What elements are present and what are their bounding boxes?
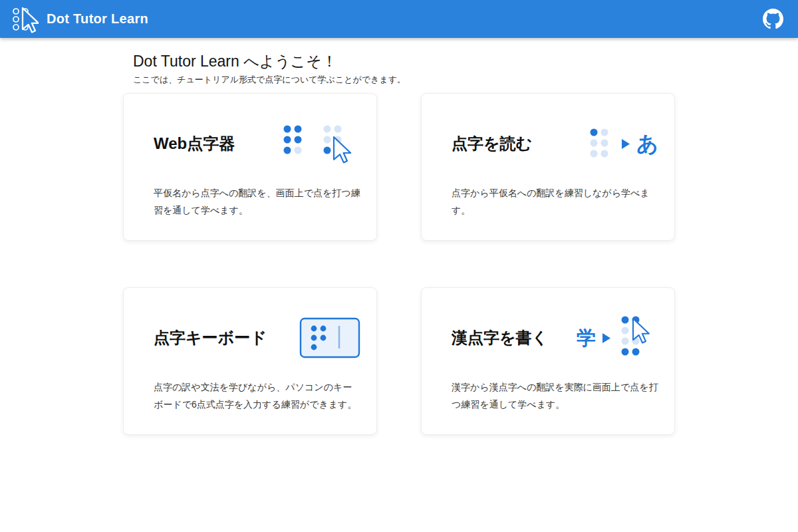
- github-link[interactable]: [763, 9, 783, 29]
- card-write-kantenji[interactable]: 漢点字を書く 学: [421, 287, 675, 435]
- card-braille-keyboard[interactable]: 点字キーボード 点字の訳や文法を学びながら、パソコンのキーボードで6点式点字を入…: [123, 287, 377, 435]
- card-title: 点字キーボード: [154, 327, 267, 348]
- card-description: 平仮名から点字への翻訳を、画面上で点を打つ練習を通して学べます。: [154, 184, 360, 219]
- braille-to-hiragana-icon: あ: [587, 124, 658, 163]
- card-title: 漢点字を書く: [452, 327, 548, 348]
- card-title: 点字を読む: [452, 133, 532, 154]
- tutorial-card-grid: Web点字器: [123, 93, 798, 435]
- app-header: Dot Tutor Learn: [0, 0, 798, 38]
- card-title: Web点字器: [154, 133, 235, 154]
- kanji-to-kantenji-with-cursor-icon: 学: [577, 313, 658, 362]
- arrow-right-icon: [622, 139, 630, 149]
- card-read-braille[interactable]: 点字を読む あ 点字から平仮名への翻訳を練習しな: [421, 93, 675, 241]
- app-logo-braille-cursor-icon: [9, 5, 39, 34]
- page-title: Dot Tutor Learn へようこそ！: [133, 51, 798, 71]
- github-icon: [763, 9, 783, 29]
- kanji-gaku-glyph: 学: [577, 329, 596, 348]
- card-web-braille-writer[interactable]: Web点字器: [123, 93, 377, 241]
- braille-cells-with-cursor-icon: [279, 121, 360, 166]
- card-description: 点字の訳や文法を学びながら、パソコンのキーボードで6点式点字を入力する練習ができ…: [154, 378, 360, 413]
- page-subtitle: ここでは、チュートリアル形式で点字について学ぶことができます。: [133, 74, 798, 85]
- braille-cell-icon: [587, 124, 615, 163]
- app-title: Dot Tutor Learn: [47, 11, 148, 27]
- eight-dot-braille-cursor-icon: [617, 313, 658, 362]
- arrow-right-icon: [602, 333, 610, 343]
- card-description: 点字から平仮名への翻訳を練習しながら学べます。: [452, 184, 658, 219]
- main-content: Dot Tutor Learn へようこそ！ ここでは、チュートリアル形式で点字…: [0, 38, 798, 435]
- hiragana-a-glyph: あ: [636, 133, 658, 154]
- braille-keyboard-key-icon: [299, 317, 360, 358]
- card-description: 漢字から漢点字への翻訳を実際に画面上で点を打つ練習を通して学べます。: [452, 378, 658, 413]
